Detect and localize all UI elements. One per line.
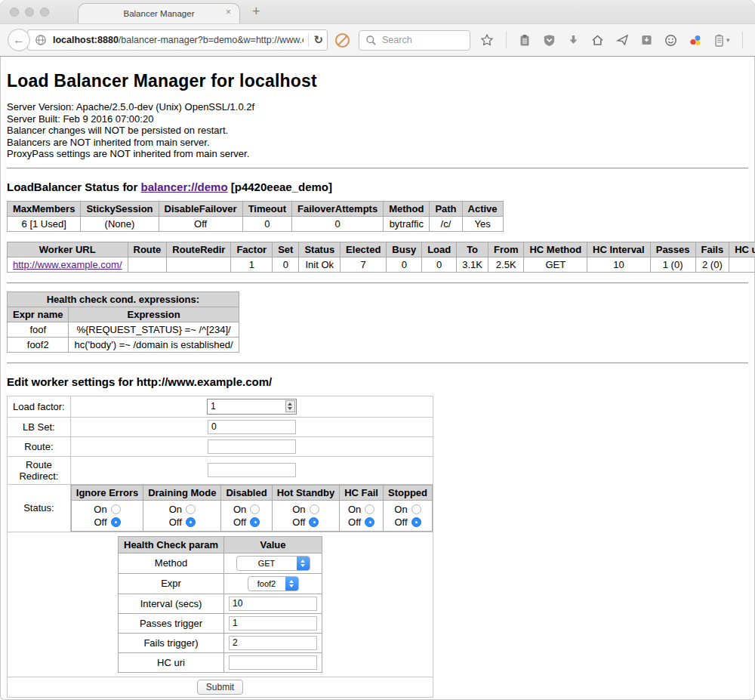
- hc-expr-select[interactable]: foof2: [248, 576, 299, 591]
- cell-stickysession: (None): [81, 216, 159, 231]
- off-label: Off: [169, 517, 182, 528]
- col-route: Route: [128, 242, 167, 257]
- page-title: Load Balancer Manager for localhost: [7, 71, 748, 91]
- hc-passes-input[interactable]: [229, 616, 317, 631]
- hc-interval-row: Interval (secs): [119, 594, 322, 613]
- pocket-shield-icon[interactable]: [543, 34, 556, 47]
- cell-disablefailover: Off: [159, 216, 242, 231]
- col-routeredir: RouteRedir: [167, 242, 231, 257]
- col-hot-standby: Hot Standby: [272, 485, 340, 500]
- battery-extension-icon[interactable]: ▾: [714, 34, 730, 47]
- hc-interval-input[interactable]: [229, 597, 317, 611]
- new-tab-button[interactable]: +: [252, 4, 260, 20]
- disabled-on-radio[interactable]: [250, 504, 260, 514]
- ignore-errors-radios: On Off: [71, 500, 143, 531]
- close-window-button[interactable]: [10, 8, 19, 17]
- draining-mode-radios: On Off: [143, 500, 221, 531]
- minimize-window-button[interactable]: [25, 8, 34, 17]
- ignore-errors-off-radio[interactable]: [111, 517, 121, 527]
- hc-method-label: Method: [119, 553, 224, 573]
- submit-button[interactable]: Submit: [197, 680, 243, 695]
- load-factor-input[interactable]: [208, 401, 285, 412]
- hc-method-select[interactable]: GET: [236, 556, 310, 571]
- cell-passes: 1 (0): [650, 257, 695, 272]
- tab-balancer-manager[interactable]: Balancer Manager ×: [78, 3, 240, 23]
- tab-close-icon[interactable]: ×: [226, 8, 231, 17]
- send-plane-icon[interactable]: [616, 34, 629, 46]
- lb-set-input[interactable]: [208, 420, 296, 434]
- disabled-off-radio[interactable]: [250, 517, 260, 527]
- ignore-errors-on-radio[interactable]: [111, 504, 121, 514]
- toolbar-divider-2: [742, 32, 743, 48]
- balancer-demo-link[interactable]: balancer://demo: [141, 180, 228, 193]
- save-to-pocket-icon[interactable]: [641, 34, 652, 46]
- downloads-icon[interactable]: [568, 34, 579, 46]
- draining-mode-on-radio[interactable]: [186, 504, 196, 514]
- hc-uri-row: HC uri: [119, 652, 322, 672]
- off-label: Off: [233, 517, 246, 528]
- loadbalancer-status-heading: LoadBalancer Status for balancer://demo …: [7, 180, 748, 193]
- tab-bar: Balancer Manager × +: [0, 0, 755, 23]
- url-text[interactable]: localhost:8880/balancer-manager?b=demo&w…: [53, 35, 304, 45]
- hc-uri-label: HC uri: [119, 652, 224, 672]
- route-label: Route:: [8, 436, 71, 456]
- reload-icon[interactable]: ↻: [313, 33, 323, 47]
- expr-row-foof: foof %{REQUEST_STATUS} =~ /^[234]/: [8, 322, 239, 337]
- hc-fail-on-radio[interactable]: [365, 504, 374, 514]
- colored-dots-extension-icon[interactable]: [689, 34, 702, 47]
- stopped-off-radio[interactable]: [411, 517, 421, 527]
- content-blocked-icon[interactable]: [335, 33, 350, 48]
- col-active: Active: [462, 201, 503, 216]
- col-stopped: Stopped: [384, 485, 433, 500]
- disabled-radios: On Off: [221, 500, 272, 531]
- server-version-line: Server Version: Apache/2.5.0-dev (Unix) …: [7, 101, 748, 113]
- balancer-status-table: MaxMembers StickySession DisableFailover…: [7, 201, 504, 232]
- hc-fail-off-radio[interactable]: [365, 517, 374, 527]
- toolbar-divider: [506, 32, 507, 48]
- load-factor-row: Load factor:: [8, 396, 433, 417]
- bookmark-star-icon[interactable]: [480, 33, 494, 47]
- stopped-on-radio[interactable]: [411, 504, 421, 514]
- col-factor: Factor: [231, 242, 273, 257]
- divider: [7, 282, 748, 284]
- col-maxmembers: MaxMembers: [8, 201, 81, 216]
- col-hc-uri: HC uri: [729, 242, 755, 257]
- cell-method: bytraffic: [384, 216, 430, 231]
- divider: [7, 362, 748, 364]
- load-factor-input-wrap: [207, 399, 297, 415]
- hot-standby-off-radio[interactable]: [309, 517, 319, 527]
- number-stepper-icon[interactable]: [285, 400, 295, 412]
- col-hc-value: Value: [224, 536, 322, 553]
- feedback-smiley-icon[interactable]: [664, 34, 677, 47]
- cell-route: [128, 257, 167, 272]
- hc-fail-radios: On Off: [340, 500, 384, 531]
- select-stepper-icon: [285, 577, 298, 591]
- zoom-window-button[interactable]: [40, 8, 49, 17]
- site-identity-globe-icon[interactable]: [35, 34, 47, 46]
- home-icon[interactable]: [591, 34, 604, 46]
- hc-expr-selected-value: foof2: [248, 579, 285, 588]
- hc-fails-input[interactable]: [229, 636, 317, 650]
- col-set: Set: [273, 242, 299, 257]
- draining-mode-off-radio[interactable]: [186, 517, 196, 527]
- col-expression: Expression: [69, 307, 239, 322]
- back-button[interactable]: ←: [8, 29, 30, 51]
- chevron-down-icon[interactable]: ▾: [726, 36, 730, 44]
- hc-uri-input[interactable]: [229, 655, 317, 670]
- health-check-params-row: Health Check param Value Method GET: [8, 532, 433, 677]
- cell-maxmembers: 6 [1 Used]: [8, 216, 81, 231]
- route-redirect-input[interactable]: [208, 463, 296, 477]
- on-label: On: [348, 504, 361, 515]
- col-hc-method: HC Method: [524, 242, 587, 257]
- select-stepper-icon: [297, 557, 310, 570]
- col-path: Path: [430, 201, 462, 216]
- route-redirect-row: Route Redirect:: [8, 456, 433, 484]
- url-bar[interactable]: localhost:8880/balancer-manager?b=demo&w…: [27, 29, 328, 51]
- cell-expr-name: foof: [8, 322, 69, 337]
- hot-standby-on-radio[interactable]: [310, 504, 319, 514]
- search-bar[interactable]: Search: [359, 30, 470, 51]
- reading-list-icon[interactable]: [519, 34, 531, 47]
- route-input[interactable]: [208, 439, 296, 454]
- off-label: Off: [394, 517, 407, 528]
- worker-url-link[interactable]: http://www.example.com/: [13, 259, 122, 270]
